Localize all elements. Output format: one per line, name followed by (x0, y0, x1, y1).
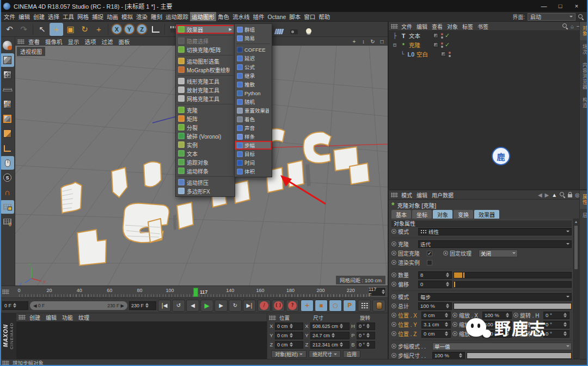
object-row[interactable]: ├ T 文本 ✓ (389, 31, 579, 40)
tweak-mode-button[interactable] (1, 156, 14, 170)
timeline-ruler-bar[interactable]: 020406080100140160180200220 117 117 F (0, 286, 388, 297)
keyframe-circle[interactable] (391, 294, 396, 299)
object-manager-menu-item[interactable]: 文件 (399, 22, 414, 30)
position-x-field[interactable]: 0 cm (421, 312, 451, 319)
material-menu-item[interactable]: 功能 (59, 313, 76, 321)
search-icon[interactable] (560, 192, 565, 197)
position-y-field[interactable]: 3.1 cm (421, 321, 451, 328)
timeline-ticks[interactable]: 020406080100140160180200220 (16, 286, 367, 297)
keyframe-circle[interactable] (391, 344, 396, 349)
spinner-arrows[interactable] (289, 323, 293, 330)
menubar-item[interactable]: 编辑 (17, 12, 32, 21)
attribute-menu-item[interactable]: 用户数据 (430, 191, 456, 199)
spinner-arrows[interactable] (444, 331, 449, 337)
record-button[interactable]: ? (286, 300, 299, 312)
submenu-item[interactable]: 步幅 (235, 141, 272, 150)
light-button[interactable] (302, 23, 315, 36)
keyframe-circle[interactable] (391, 322, 396, 327)
menubar-item[interactable]: 窗口 (302, 12, 317, 21)
keyframe-presets-button[interactable] (372, 300, 385, 312)
object-name[interactable]: 空白 (416, 50, 436, 58)
visibility-dots[interactable] (441, 33, 443, 39)
drag-grip-icon[interactable] (2, 289, 9, 294)
panel-tab[interactable]: 对象 (580, 22, 588, 40)
submenu-item[interactable]: 群组 (235, 25, 272, 34)
axis-lock-button[interactable]: Y (124, 23, 135, 35)
panel-tab[interactable]: 层 (580, 209, 588, 222)
close-button[interactable]: × (568, 1, 585, 11)
transport-button[interactable]: ▶ (200, 300, 213, 312)
object-name[interactable]: 文本 (409, 32, 428, 40)
position-field[interactable]: 0 cm (275, 322, 303, 330)
attribute-tab[interactable]: 变换 (454, 210, 473, 219)
submenu-item[interactable]: 着色 (235, 115, 272, 123)
points-mode-button[interactable] (1, 97, 14, 111)
submenu-item[interactable]: 推散 (235, 80, 272, 89)
search-icon[interactable] (578, 14, 584, 20)
keyframe-circle[interactable] (452, 331, 457, 336)
stride-size-field[interactable]: 100 % (432, 352, 465, 359)
keyframe-circle[interactable] (391, 282, 396, 287)
paint-setup-icon[interactable] (1, 39, 14, 52)
record-track-button[interactable]: ▪ (315, 300, 328, 312)
render-instance-checkbox[interactable] (427, 260, 432, 265)
enabled-check-icon[interactable]: ✓ (445, 32, 451, 39)
position-field[interactable]: 0 cm (275, 332, 303, 339)
submenu-item[interactable]: 随机 (235, 97, 272, 106)
menubar-item[interactable]: 流水线 (231, 12, 252, 21)
submenu-item[interactable]: 公式 (235, 63, 272, 71)
history-forward-icon[interactable]: ▶ (545, 192, 549, 198)
coordinate-system-button[interactable] (149, 23, 162, 36)
floor-button[interactable] (272, 23, 286, 36)
spinner-arrows[interactable] (381, 289, 385, 295)
transport-button[interactable]: ▶| (243, 300, 256, 312)
attribute-tab[interactable]: 对象 (433, 210, 452, 219)
object-manager-menu-item[interactable]: 书签 (475, 22, 491, 30)
menu-item[interactable]: 追踪对象 (176, 158, 235, 166)
menu-item[interactable]: 分裂 (176, 123, 235, 132)
rotate-tool-button[interactable]: ↻ (78, 23, 91, 36)
panel-tab[interactable]: 内容浏览器 (580, 59, 588, 94)
viewport-nav-icon[interactable]: + (351, 39, 358, 45)
spinner-arrows[interactable] (445, 303, 450, 309)
menu-item[interactable]: 切换克隆/矩阵 (176, 45, 235, 54)
camera-button[interactable] (287, 23, 301, 36)
viewport-menu-item[interactable]: 查看 (26, 38, 42, 46)
spinner-arrows[interactable] (289, 342, 293, 348)
keyframe-circle[interactable] (391, 241, 396, 246)
stride-mode-dropdown[interactable]: 单一值 (432, 343, 572, 350)
axis-lock-button[interactable]: X (111, 23, 122, 35)
viewport-nav-icon[interactable]: □ (378, 39, 385, 45)
drag-grip-icon[interactable] (17, 39, 24, 44)
mode-dropdown[interactable]: 线性 (418, 228, 572, 235)
submenu-item[interactable]: 继承 (235, 71, 272, 80)
keyframe-circle[interactable] (391, 272, 396, 277)
history-back-icon[interactable]: ◀ (538, 192, 542, 198)
redo-button[interactable]: ↷ (17, 23, 30, 36)
keyframe-circle[interactable] (391, 331, 396, 336)
menubar-item[interactable]: 帮助 (317, 12, 332, 21)
object-row[interactable]: ⊟ * 克隆 ✓ (389, 40, 579, 49)
stride-size-slider[interactable] (467, 352, 572, 359)
spinner-arrows[interactable] (366, 342, 370, 348)
viewport-menu-item[interactable]: 面板 (116, 38, 133, 46)
attribute-tab[interactable]: 坐标 (412, 210, 432, 219)
object-row[interactable]: └ L0 空白 (389, 49, 579, 59)
range-start-field[interactable]: 0 F (2, 301, 28, 310)
total-slider[interactable] (454, 303, 572, 309)
menu-item[interactable]: 网格克隆工具 (176, 94, 235, 103)
menubar-item[interactable]: 运动跟踪 (164, 12, 190, 21)
spinner-arrows[interactable] (563, 331, 567, 337)
menubar-item[interactable]: 文件 (2, 12, 17, 21)
object-manager-menu-item[interactable]: 标签 (460, 22, 475, 30)
transport-button[interactable]: ▶ (215, 300, 228, 312)
record-button[interactable]: ( ) (272, 300, 285, 312)
fix-clone-checkbox[interactable]: ✓ (427, 251, 432, 256)
drag-grip-icon[interactable] (269, 315, 276, 320)
size-field[interactable]: 508.625 cm (310, 322, 350, 330)
layer-icon[interactable] (441, 52, 446, 57)
keyframe-circle[interactable] (452, 313, 457, 318)
submenu-item[interactable]: Python (235, 89, 272, 97)
menubar-item[interactable]: 选择 (46, 12, 61, 21)
enabled-check-icon[interactable]: ✓ (445, 41, 451, 48)
